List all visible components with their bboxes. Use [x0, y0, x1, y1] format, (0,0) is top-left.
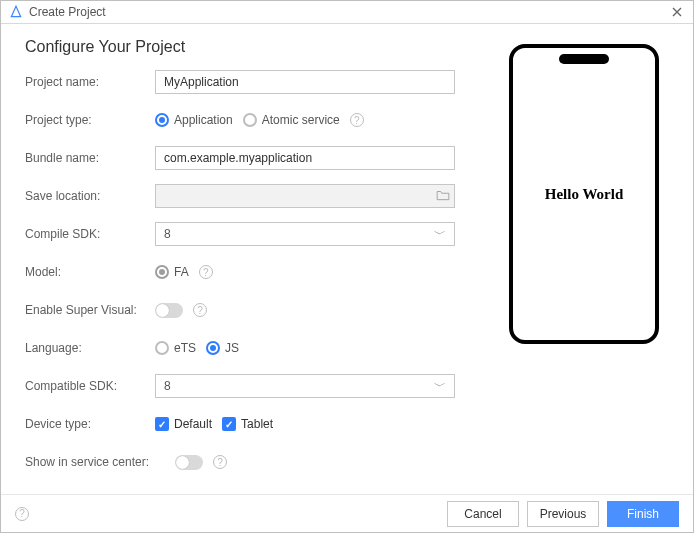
radio-application-label: Application — [174, 113, 233, 127]
label-service-center: Show in service center: — [25, 455, 175, 469]
radio-ets[interactable]: eTS — [155, 341, 196, 355]
label-save-location: Save location: — [25, 189, 155, 203]
radio-model-fa[interactable]: FA — [155, 265, 189, 279]
footer-help-icon[interactable]: ? — [15, 507, 29, 521]
radio-application[interactable]: Application — [155, 113, 233, 127]
compatible-sdk-value: 8 — [164, 379, 171, 393]
compile-sdk-select[interactable]: 8 ﹀ — [155, 222, 455, 246]
project-name-input[interactable] — [155, 70, 455, 94]
help-icon[interactable]: ? — [199, 265, 213, 279]
help-icon[interactable]: ? — [193, 303, 207, 317]
close-icon[interactable] — [667, 2, 687, 22]
label-language: Language: — [25, 341, 155, 355]
label-project-type: Project type: — [25, 113, 155, 127]
save-location-field[interactable] — [155, 184, 455, 208]
radio-ets-label: eTS — [174, 341, 196, 355]
label-model: Model: — [25, 265, 155, 279]
page-title: Configure Your Project — [25, 38, 489, 56]
radio-atomic-service-label: Atomic service — [262, 113, 340, 127]
cancel-button[interactable]: Cancel — [447, 501, 519, 527]
bundle-name-input[interactable] — [155, 146, 455, 170]
label-compatible-sdk: Compatible SDK: — [25, 379, 155, 393]
label-project-name: Project name: — [25, 75, 155, 89]
help-icon[interactable]: ? — [350, 113, 364, 127]
label-device-type: Device type: — [25, 417, 155, 431]
label-bundle-name: Bundle name: — [25, 151, 155, 165]
radio-js[interactable]: JS — [206, 341, 239, 355]
app-logo-icon — [9, 5, 23, 19]
checkbox-tablet[interactable]: ✓ Tablet — [222, 417, 273, 431]
service-center-toggle[interactable] — [175, 455, 203, 470]
folder-icon[interactable] — [436, 189, 450, 204]
device-preview: Hello World — [509, 44, 659, 344]
compatible-sdk-select[interactable]: 8 ﹀ — [155, 374, 455, 398]
label-compile-sdk: Compile SDK: — [25, 227, 155, 241]
help-icon[interactable]: ? — [213, 455, 227, 469]
radio-js-label: JS — [225, 341, 239, 355]
chevron-down-icon: ﹀ — [434, 378, 446, 395]
window-title: Create Project — [29, 5, 667, 19]
preview-text: Hello World — [545, 186, 623, 203]
checkbox-tablet-label: Tablet — [241, 417, 273, 431]
radio-model-fa-label: FA — [174, 265, 189, 279]
label-super-visual: Enable Super Visual: — [25, 303, 155, 317]
checkbox-default-label: Default — [174, 417, 212, 431]
chevron-down-icon: ﹀ — [434, 226, 446, 243]
previous-button[interactable]: Previous — [527, 501, 599, 527]
compile-sdk-value: 8 — [164, 227, 171, 241]
super-visual-toggle[interactable] — [155, 303, 183, 318]
finish-button[interactable]: Finish — [607, 501, 679, 527]
checkbox-default[interactable]: ✓ Default — [155, 417, 212, 431]
radio-atomic-service[interactable]: Atomic service — [243, 113, 340, 127]
